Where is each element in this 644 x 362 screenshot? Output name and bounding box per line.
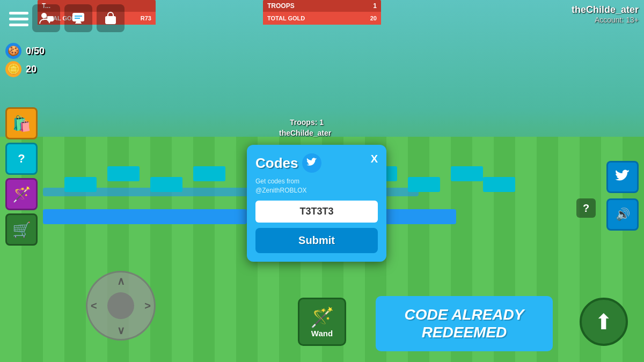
wand-emoji-icon: 🪄 (310, 306, 334, 329)
tile-6 (408, 177, 440, 192)
hamburger-line-3 (9, 24, 28, 26)
cart-icon: 🛒 (12, 221, 31, 239)
username-text: theChilde_ater (572, 4, 639, 16)
sound-icon: 🔊 (616, 208, 630, 221)
dpad-inner (107, 292, 134, 319)
modal-title: Codes (255, 155, 298, 172)
svg-rect-2 (72, 13, 84, 21)
right-sidebar: 🔊 (606, 161, 639, 231)
modal-subtitle2: @ZenithROBLOX (255, 187, 307, 194)
troop-label-right: TROOPS 1 (263, 0, 381, 12)
dpad-outer[interactable]: ∧ ∨ < > (86, 271, 156, 341)
wand-bottom-button[interactable]: 🪄 Wand (298, 298, 346, 346)
coins-resource: 🪙 20 (5, 61, 45, 77)
up-arrow-button[interactable]: ⬆ (580, 298, 628, 346)
platform-left (43, 209, 247, 224)
svg-rect-1 (47, 16, 54, 21)
gold-label-right: TOTAL GOLD (267, 15, 305, 21)
cookies-value: 0/50 (26, 46, 45, 57)
dpad-left-arrow[interactable]: < (91, 300, 97, 311)
question-help-button[interactable]: ? (576, 198, 596, 218)
redeemed-line2: REDEEMED (422, 324, 507, 341)
redeemed-banner: CODE ALREADY REDEEMED (376, 296, 553, 351)
help-button[interactable]: ? (5, 143, 38, 175)
username-display: theChilde_ater Account: 13+ (572, 4, 639, 24)
modal-close-button[interactable]: X (371, 153, 378, 164)
speech-icon-btn[interactable] (64, 4, 92, 32)
cookie-icon: 🍪 (5, 43, 21, 59)
up-arrow-icon: ⬆ (595, 311, 613, 333)
redeemed-text: CODE ALREADY REDEEMED (386, 306, 542, 342)
modal-subtitle: Get codes from (255, 178, 299, 185)
redeemed-line1: CODE ALREADY (405, 306, 524, 323)
svg-rect-3 (75, 16, 82, 17)
coin-icon: 🪙 (5, 61, 21, 77)
modal-header: Codes X (255, 153, 378, 173)
cookies-resource: 🍪 0/50 (5, 43, 45, 59)
chat-icon-btn[interactable] (32, 4, 60, 32)
codes-modal: Codes X Get codes from @ZenithROBLOX Sub… (247, 145, 386, 262)
dpad-down-arrow[interactable]: ∨ (117, 325, 125, 336)
svg-rect-5 (105, 16, 116, 24)
gold-bar-right: TOTAL GOLD 20 (263, 12, 381, 25)
bag-icon-btn[interactable] (97, 4, 125, 32)
troops-label: Troops: 1 (290, 118, 324, 127)
left-sidebar: 🛍️ ? 🪄 🛒 (5, 107, 38, 246)
tile-4 (193, 166, 225, 181)
tile-1 (64, 177, 97, 192)
top-icon-bar (32, 4, 125, 32)
resources-panel: 🍪 0/50 🪙 20 (5, 43, 45, 77)
hamburger-line-1 (9, 12, 28, 14)
wand-icon: 🪄 (12, 186, 31, 203)
tile-3 (150, 177, 182, 192)
modal-title-area: Codes (255, 153, 321, 173)
gold-value-right: 20 (370, 15, 377, 21)
wand-button-label: Wand (311, 329, 333, 338)
twitter-icon-modal (302, 153, 321, 173)
question-mark-icon: ? (583, 202, 589, 215)
question-icon: ? (18, 152, 25, 166)
coins-value: 20 (26, 64, 36, 75)
shop-bag-icon: 🛍️ (12, 115, 31, 132)
shop-button[interactable]: 🛍️ (5, 107, 38, 139)
dpad[interactable]: ∧ ∨ < > (86, 271, 156, 341)
troop-text-right: TROOPS (267, 2, 295, 10)
svg-rect-4 (75, 18, 80, 19)
dpad-up-arrow[interactable]: ∧ (117, 276, 125, 286)
svg-point-0 (41, 13, 47, 18)
modal-subtitle-area: Get codes from @ZenithROBLOX (255, 177, 378, 195)
tile-2 (107, 166, 140, 181)
code-input-field[interactable] (255, 201, 378, 223)
troop-value-right: 1 (373, 2, 377, 10)
cart-button[interactable]: 🛒 (5, 213, 38, 246)
hamburger-line-2 (9, 18, 28, 20)
hamburger-menu[interactable] (5, 5, 32, 32)
submit-button[interactable]: Submit (255, 228, 378, 253)
wand-sidebar-button[interactable]: 🪄 (5, 178, 38, 210)
tile-8 (483, 177, 515, 192)
troop-bar-right: TROOPS 1 TOTAL GOLD 20 (263, 0, 381, 16)
sound-right-button[interactable]: 🔊 (606, 198, 639, 231)
twitter-right-button[interactable] (606, 161, 639, 193)
player-name-label: theChilde_ater (279, 129, 331, 137)
account-info-text: Account: 13+ (572, 16, 639, 24)
dpad-right-arrow[interactable]: > (144, 300, 151, 311)
tile-7 (451, 166, 483, 181)
gold-value-left: R73 (141, 15, 151, 21)
